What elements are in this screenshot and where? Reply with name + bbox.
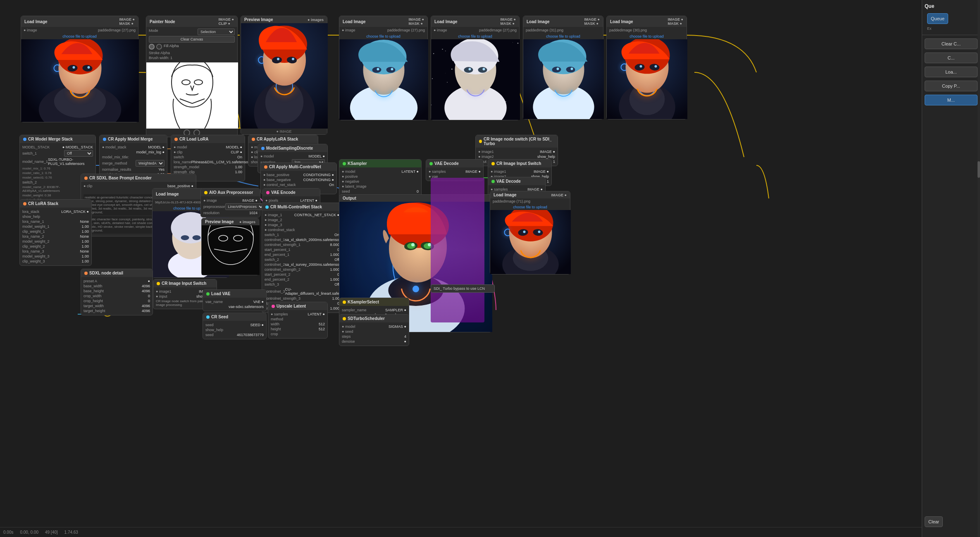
cr-image-input-switch-2-title: CR Image Input Switch (162, 281, 206, 286)
right-panel: Que Queue Ex Clear C... C... Loa... Copy… (922, 0, 980, 537)
painter-title: Painter Node (150, 19, 175, 24)
cr-lora-stack: CR LoRA Stack lora_stackLORA_STACK ● sho… (19, 199, 92, 266)
cr-apply-multi-controlnet-title: CR Apply Multi-ControlNet (269, 165, 321, 169)
upscale-latent-header: Upscale Latent (268, 302, 327, 310)
preview-sketch (202, 225, 260, 275)
load-image-output-header: Load Image IMAGE ● (490, 191, 570, 198)
cr-multi-controlnet-stack: CR Multi-ControlNet Stack ● image_1CONTR… (262, 203, 342, 313)
load-image-1-title: Load Image (24, 19, 48, 24)
color-swatch-2[interactable] (156, 44, 162, 50)
load-image-5: Load Image IMAGE ●MASK ● paddedImage (30… (606, 16, 687, 119)
upscale-latent-title: Upscale Latent (277, 304, 306, 308)
cr-seed: CR Seed seedSEED ● show_help seed4617038… (203, 313, 267, 339)
aio-aux-preprocessor-title: AIO Aux Preprocessor (209, 190, 253, 195)
extra-options-label: Ex (927, 26, 975, 31)
preview-image-1-header: Preview Image ● images (241, 16, 327, 23)
load-image-output: Load Image IMAGE ● paddedImage (71).png … (490, 191, 570, 274)
right-scrollbar[interactable] (978, 0, 980, 537)
char-thumb-1 (21, 39, 139, 122)
cr-sdxl-base-prompt-encoder-title: CR SDXL Base Prompt Encoder (89, 176, 152, 180)
sdturbo-scheduler: SDTurboScheduler ● modelSIGMAS ● ● seed … (339, 314, 409, 346)
ksampler-title: KSampler (348, 161, 367, 166)
vae-decode-2-title: VAE Decode (496, 179, 521, 184)
cr-apply-multi-controlnet-header: CR Apply Multi-ControlNet (261, 163, 336, 171)
queue-btn[interactable]: Queue (927, 13, 948, 24)
cr-multi-controlnet-stack-title: CR Multi-ControlNet Stack (270, 205, 322, 209)
preprocessor-select[interactable]: LineArtPreprocessor (225, 203, 265, 210)
cr-image-input-switch-1-title: CR Image Input Switch (496, 161, 541, 166)
load-image-middle-title: Load Image (156, 192, 179, 196)
cr-load-lora-header: CR Load LoRA (171, 135, 245, 143)
cr-image-input-switch-2-header: CR Image Input Switch (153, 279, 217, 287)
cr-apply-lora-stack-title: CR ApplyLoRA Stack (257, 137, 298, 141)
model-sampling-discrete-title: ModelSamplingDiscrete (266, 146, 313, 150)
load-image-3: Load Image IMAGE ●MASK ● ● image paddedI… (431, 16, 520, 120)
load-image-4-header: Load Image IMAGE ●MASK ● (523, 16, 603, 27)
clear-canvas-btn[interactable]: Clear Canvas (149, 36, 235, 43)
preview-image-2: Preview Image ● images (201, 218, 259, 275)
clear-btn[interactable]: Clear (925, 516, 943, 527)
sdxl-node-detail-title: SDXL node detail (89, 271, 123, 275)
cr-image-input-switch-1-header: CR Image Input Switch (488, 160, 551, 167)
switch1-select[interactable]: Off (64, 150, 93, 157)
ksampler-header: KSampler (339, 160, 421, 167)
char-thumb-5 (607, 39, 687, 119)
char-thumb-4 (523, 39, 604, 119)
upscale-latent: Upscale Latent ● samplesLATENT ● method … (268, 302, 328, 339)
output-female-thumb (490, 210, 571, 274)
cr-sdxl-base-prompt-encoder-header: CR SDXL Base Prompt Encoder (81, 174, 196, 182)
load-image-3-header: Load Image IMAGE ●MASK ● (431, 16, 519, 27)
char-thumb-2 (339, 39, 428, 120)
sdxl-node-detail: SDXL node detail preset A● base_width409… (81, 269, 153, 315)
sdturbo-scheduler-title: SDTurboScheduler (348, 316, 385, 321)
load-image-1: Load Image IMAGE ●MASK ● ● image paddedI… (21, 16, 138, 122)
vae-decode-2-header: VAE Decode (488, 177, 545, 185)
load-image-1-header: Load Image IMAGE ●MASK ● (21, 16, 138, 27)
cr-lora-stack-title: CR LoRA Stack (28, 201, 58, 206)
cr-apply-model-merge: CR Apply Model Merge ● model_stackMODEL … (99, 135, 167, 179)
vae-decode-1-header: VAE Decode (426, 160, 483, 167)
load-btn[interactable]: Loa... (925, 67, 978, 77)
char-thumb-3 (431, 39, 520, 120)
status-scale: 1.74.63 (64, 530, 78, 535)
load-image-2-header: Load Image IMAGE ●MASK ● (339, 16, 427, 27)
copy-p-btn[interactable]: Copy P... (925, 81, 978, 91)
cr-lora-stack-header: CR LoRA Stack (20, 200, 91, 208)
sdxl-node-detail-header: SDXL node detail (81, 269, 153, 277)
painter-mode-select[interactable]: Selection (198, 29, 235, 35)
load-vae-header: Load VAE (203, 290, 266, 298)
node-canvas[interactable]: Load Image IMAGE ●MASK ● ● image paddedI… (0, 0, 922, 537)
preview-image-1-title: Preview Image (244, 17, 273, 22)
painter-node: Painter Node IMAGE ●CLIP ● Mode Selectio… (146, 16, 238, 137)
right-scrollbar-thumb[interactable] (978, 161, 980, 178)
c-btn[interactable]: C... (925, 53, 978, 63)
load-image-2: Load Image IMAGE ●MASK ● ● image paddedI… (339, 16, 428, 120)
tooltip-ksampler: SDI_ Turbo bypass to use LCN (431, 284, 495, 293)
vae-encode-title: VAE Encode (271, 190, 296, 195)
ksampler-select-title: KSamplerSelect (348, 300, 379, 304)
aio-aux-preprocessor-header: AIO Aux Preprocessor (201, 189, 260, 196)
painter-canvas[interactable] (146, 62, 238, 129)
load-image-4: Load Image IMAGE ●MASK ● paddedImage (31… (523, 16, 603, 119)
load-image-3-title: Load Image (434, 19, 458, 24)
ksampler-select-header: KSamplerSelect (339, 298, 409, 306)
status-zoom: 49 [40] (45, 530, 58, 535)
load-image-2-title: Load Image (343, 19, 366, 24)
merge-method-select[interactable]: WeightedA (136, 160, 165, 167)
queue-title: Que (925, 3, 978, 9)
clear-c-btn[interactable]: Clear C... (925, 38, 978, 49)
preview-image-2-title: Preview Image (205, 220, 234, 224)
cr-model-merge-stack-header: CR Model Merge Stack (20, 135, 95, 143)
cr-seed-title: CR Seed (211, 315, 228, 319)
preview-char-1 (241, 23, 328, 129)
cr-model-merge-stack-title: CR Model Merge Stack (28, 137, 73, 141)
cr-image-switch-top-header: CR Image node switch (CR to SDI_ Turbo (476, 135, 558, 148)
cr-apply-model-merge-header: CR Apply Model Merge (100, 135, 167, 143)
load-vae-title: Load VAE (211, 291, 230, 296)
aio-aux-preprocessor: AIO Aux Preprocessor ● imageIMAGE ● prep… (200, 188, 260, 217)
load-image-4-title: Load Image (527, 19, 550, 24)
sdturbo-scheduler-header: SDTurboScheduler (339, 315, 409, 322)
preview-image-1: Preview Image ● images ● IMAGE (241, 16, 327, 135)
m-btn[interactable]: M... (925, 95, 978, 105)
color-swatch-1[interactable] (149, 44, 155, 50)
